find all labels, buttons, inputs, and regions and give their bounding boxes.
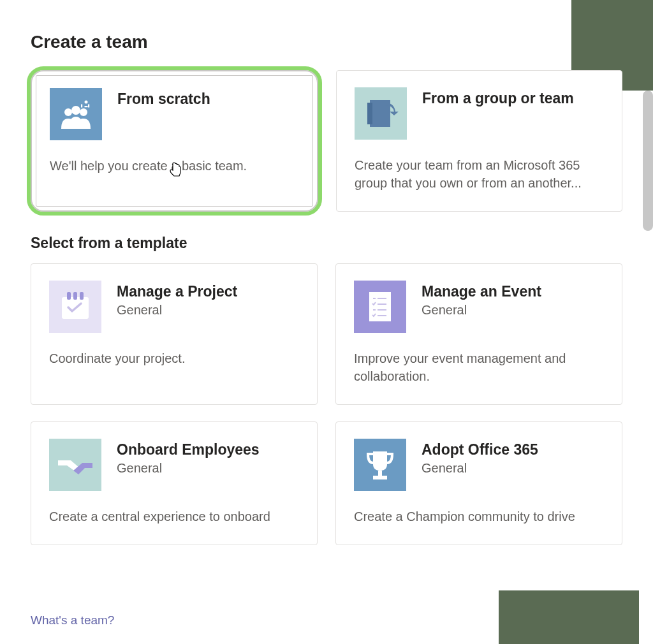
checklist-icon [354, 281, 406, 333]
handshake-icon [49, 439, 101, 491]
card-subtitle: General [117, 303, 237, 318]
template-card-adopt-office365[interactable]: Adopt Office 365 General Create a Champi… [335, 421, 622, 545]
card-description: We'll help you create a basic team. [50, 157, 299, 175]
trophy-icon [354, 439, 406, 491]
card-description: Create a Champion community to drive [354, 508, 604, 525]
svg-rect-19 [378, 298, 386, 299]
template-card-manage-project[interactable]: Manage a Project General Coordinate your… [31, 263, 318, 405]
svg-rect-17 [369, 292, 391, 321]
card-subtitle: General [422, 303, 541, 318]
option-card-from-group[interactable]: From a group or team Create your team fr… [336, 70, 622, 212]
page-title: Create a team [31, 32, 622, 52]
svg-rect-26 [378, 471, 382, 476]
svg-rect-3 [81, 105, 82, 108]
card-description: Improve your event management and collab… [354, 349, 604, 385]
svg-point-7 [80, 108, 87, 116]
svg-rect-14 [73, 292, 77, 300]
whats-a-team-link[interactable]: What's a team? [31, 613, 114, 627]
svg-rect-20 [378, 304, 386, 305]
scrollbar[interactable] [643, 91, 653, 231]
section-title: Select from a template [31, 235, 622, 252]
svg-point-5 [64, 108, 72, 116]
card-title: Manage a Project [117, 283, 237, 300]
svg-rect-15 [80, 292, 84, 300]
people-icon [50, 88, 102, 140]
option-card-from-scratch[interactable]: From scratch We'll help you create a bas… [31, 70, 318, 212]
card-title: Onboard Employees [117, 441, 260, 458]
card-description: Coordinate your project. [49, 349, 299, 367]
svg-rect-10 [367, 103, 372, 124]
card-title: Manage an Event [422, 283, 541, 300]
card-title: From a group or team [422, 90, 574, 107]
svg-rect-18 [373, 298, 376, 299]
svg-rect-13 [67, 292, 71, 300]
svg-rect-23 [378, 315, 386, 316]
card-title: From scratch [117, 91, 210, 108]
card-description: Create your team from an Microsoft 365 g… [355, 156, 604, 192]
svg-rect-22 [378, 309, 386, 311]
svg-rect-27 [373, 476, 387, 479]
card-title: Adopt Office 365 [422, 441, 538, 458]
card-description: Create a central experience to onboard [49, 508, 299, 525]
decorative-block [499, 590, 639, 644]
svg-point-6 [71, 106, 80, 115]
svg-rect-21 [373, 309, 376, 311]
group-icon [355, 87, 407, 140]
template-card-manage-event[interactable]: Manage an Event General Improve your eve… [335, 263, 622, 405]
template-card-onboard-employees[interactable]: Onboard Employees General Create a centr… [31, 421, 318, 545]
calendar-icon [49, 281, 101, 333]
svg-rect-2 [85, 106, 88, 107]
svg-rect-4 [88, 105, 89, 108]
svg-point-1 [85, 101, 88, 104]
card-subtitle: General [117, 461, 260, 476]
card-subtitle: General [422, 461, 538, 476]
